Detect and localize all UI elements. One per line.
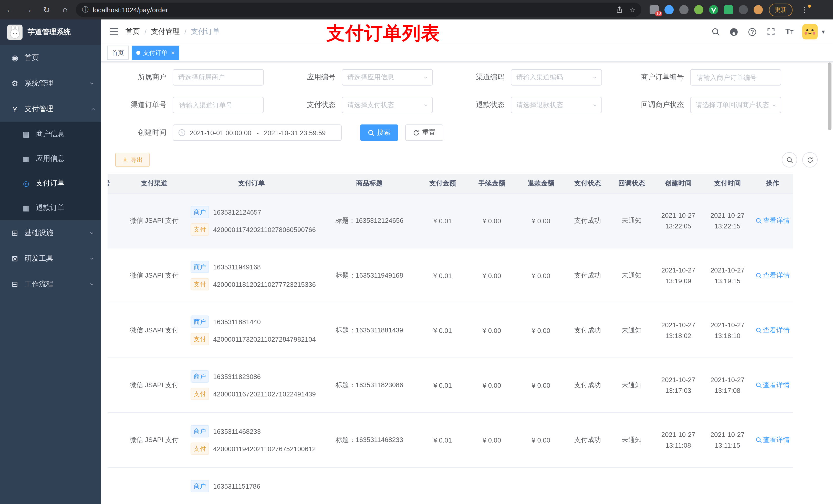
amount-cell: ¥ 0.01 bbox=[418, 358, 467, 413]
share-icon[interactable] bbox=[616, 6, 623, 13]
sidebar-item-home[interactable]: ◉ 首页 bbox=[0, 45, 101, 71]
sidebar-item-pay-order[interactable]: ◎ 支付订单 bbox=[0, 171, 101, 196]
sidebar-toggle-icon[interactable] bbox=[109, 28, 118, 36]
sidebar-item-infrastructure[interactable]: ⊞ 基础设施 › bbox=[0, 220, 101, 246]
user-avatar[interactable] bbox=[802, 24, 818, 40]
app-select[interactable]: 请选择应用信息 › bbox=[342, 69, 433, 86]
channel-cell: 微信 JSAPI 支付 bbox=[126, 248, 182, 303]
help-icon[interactable] bbox=[745, 24, 760, 40]
view-detail-link[interactable]: 查看详情 bbox=[755, 271, 790, 280]
sidebar-item-app-info[interactable]: ▦ 应用信息 bbox=[0, 146, 101, 171]
sidebar-item-merchant-info[interactable]: ▤ 商户信息 bbox=[0, 122, 101, 146]
pay-time-cell: 2021-10-2713:18:10 bbox=[703, 303, 752, 358]
create-time-cell: 2021-10-2713:19:09 bbox=[654, 248, 703, 303]
browser-update-button[interactable]: 更新 bbox=[769, 3, 792, 16]
view-detail-link[interactable]: 查看详情 bbox=[755, 216, 790, 225]
ext-green-icon[interactable] bbox=[694, 5, 704, 14]
close-icon[interactable]: × bbox=[171, 49, 175, 56]
id-cell: 17 bbox=[108, 413, 126, 467]
font-size-icon[interactable]: TT bbox=[782, 24, 797, 40]
sidebar-item-payment[interactable]: ¥ 支付管理 › bbox=[0, 96, 101, 122]
site-info-icon[interactable]: ⓘ bbox=[82, 5, 89, 14]
column-create-time: 创建时间 bbox=[654, 174, 703, 193]
forward-icon[interactable]: → bbox=[24, 5, 33, 14]
channel-order-no-input[interactable] bbox=[178, 101, 258, 110]
amount-cell: ¥ 0.01 bbox=[418, 303, 467, 358]
reload-icon[interactable]: ↻ bbox=[42, 5, 51, 15]
view-detail-link[interactable]: 查看详情 bbox=[755, 435, 790, 445]
reset-button[interactable]: 重置 bbox=[405, 124, 443, 141]
refund-status-select[interactable]: 请选择退款状态 › bbox=[511, 97, 602, 113]
breadcrumb-section[interactable]: 支付管理 bbox=[151, 27, 180, 37]
order-cell: 商户1635311823086 支付4200001167202110271022… bbox=[182, 358, 321, 413]
pay-status-select[interactable]: 请选择支付状态 › bbox=[342, 97, 433, 113]
page-scrollbar-thumb[interactable] bbox=[828, 63, 831, 130]
column-notify: 回调状态 bbox=[610, 174, 654, 193]
breadcrumb: 首页 / 支付管理 / 支付订单 bbox=[125, 27, 220, 37]
ext-sidebar-icon[interactable]: 10 bbox=[649, 5, 659, 14]
sidebar-item-dev-tools[interactable]: ⊠ 研发工具 › bbox=[0, 246, 101, 271]
title-cell: 标题：1635312124656 bbox=[321, 193, 418, 248]
table-row: 18 微信 JSAPI 支付 商户1635311823086 支付4200001… bbox=[108, 358, 793, 413]
pay-time-cell: 2021-10-2713:11:15 bbox=[703, 413, 752, 467]
title-cell: 标题：1635311949168 bbox=[321, 248, 418, 303]
home-icon[interactable]: ⌂ bbox=[61, 5, 70, 14]
orders-table: 编号 支付渠道 支付订单 商品标题 支付金额 手续金额 退款金额 支付状态 回调… bbox=[108, 174, 824, 504]
toggle-search-button[interactable] bbox=[782, 152, 797, 167]
refresh-button[interactable] bbox=[802, 152, 818, 167]
ext-chat-icon[interactable] bbox=[724, 5, 733, 14]
browser-menu-icon[interactable]: ⋮ bbox=[799, 5, 810, 14]
merchant-tag: 商户 bbox=[191, 315, 209, 328]
extensions-area: 10 bbox=[649, 5, 763, 14]
refund-cell: ¥ 0.00 bbox=[516, 303, 566, 358]
merchant-select[interactable]: 请选择所属商户 bbox=[173, 69, 264, 86]
sidebar-item-refund-order[interactable]: ▥ 退款订单 bbox=[0, 196, 101, 220]
ext-gray-icon[interactable] bbox=[679, 5, 689, 14]
export-button[interactable]: 导出 bbox=[115, 153, 149, 167]
merchant-tag: 商户 bbox=[191, 261, 209, 273]
user-caret-down-icon[interactable]: ▾ bbox=[822, 28, 825, 35]
tab-pay-order[interactable]: 支付订单 × bbox=[132, 46, 179, 60]
notify-status-select[interactable]: 请选择订单回调商户状态 › bbox=[690, 97, 781, 113]
chevron-down-icon: › bbox=[422, 76, 430, 79]
merchant-tag: 商户 bbox=[191, 370, 209, 383]
sidebar-item-workflow[interactable]: ⊟ 工作流程 › bbox=[0, 271, 101, 297]
address-bar[interactable]: ⓘ localhost:1024/pay/order ☆ bbox=[76, 3, 641, 17]
bookmark-star-icon[interactable]: ☆ bbox=[629, 6, 635, 14]
ext-avatar-icon[interactable] bbox=[754, 5, 763, 14]
table-row: 19 微信 JSAPI 支付 商户1635311881440 支付4200001… bbox=[108, 303, 793, 358]
id-cell: 19 bbox=[108, 303, 126, 358]
channel-code-select[interactable]: 请输入渠道编码 › bbox=[511, 69, 602, 86]
url-text[interactable]: localhost:1024/pay/order bbox=[93, 6, 612, 14]
ext-v-icon[interactable] bbox=[709, 5, 718, 14]
date-end-value: 2021-10-31 23:59:59 bbox=[264, 129, 326, 137]
ext-drop-icon[interactable] bbox=[664, 5, 674, 14]
column-pay-time: 支付时间 bbox=[703, 174, 752, 193]
tab-home[interactable]: 首页 bbox=[107, 46, 128, 60]
create-time-cell: 2021-10-2713:17:03 bbox=[654, 358, 703, 413]
create-time-cell: 2021-10-2713:11:08 bbox=[654, 413, 703, 467]
title-cell: 标题：1635311468233 bbox=[321, 413, 418, 467]
app-title: 芋道管理系统 bbox=[28, 28, 71, 37]
github-icon[interactable] bbox=[727, 24, 742, 40]
view-detail-link[interactable]: 查看详情 bbox=[755, 326, 790, 335]
tags-view: 首页 支付订单 × bbox=[101, 44, 833, 62]
view-detail-link[interactable]: 查看详情 bbox=[755, 381, 790, 390]
search-button[interactable]: 搜索 bbox=[360, 124, 398, 141]
merchant-order-no-input[interactable] bbox=[696, 73, 776, 82]
browser-chrome: ← → ↻ ⌂ ⓘ localhost:1024/pay/order ☆ 10 bbox=[0, 0, 833, 20]
breadcrumb-home[interactable]: 首页 bbox=[125, 27, 140, 37]
back-icon[interactable]: ← bbox=[5, 5, 14, 14]
create-time-range-picker[interactable]: 2021-10-01 00:00:00 - 2021-10-31 23:59:5… bbox=[173, 124, 342, 141]
fee-cell: ¥ 0.00 bbox=[467, 303, 516, 358]
fullscreen-icon[interactable] bbox=[763, 24, 779, 40]
notify-cell: 未通知 bbox=[610, 303, 654, 358]
fee-cell: ¥ 0.00 bbox=[467, 358, 516, 413]
search-icon[interactable] bbox=[708, 24, 723, 40]
grid-icon: ▦ bbox=[22, 155, 31, 163]
pay-time-cell: 2021-10-2713:22:15 bbox=[703, 193, 752, 248]
pay-tag: 支付 bbox=[191, 442, 209, 455]
ext-pin-icon[interactable] bbox=[739, 5, 748, 14]
sidebar-item-system[interactable]: ⚙ 系统管理 › bbox=[0, 71, 101, 96]
app-logo[interactable]: 芋道管理系统 bbox=[0, 20, 101, 45]
